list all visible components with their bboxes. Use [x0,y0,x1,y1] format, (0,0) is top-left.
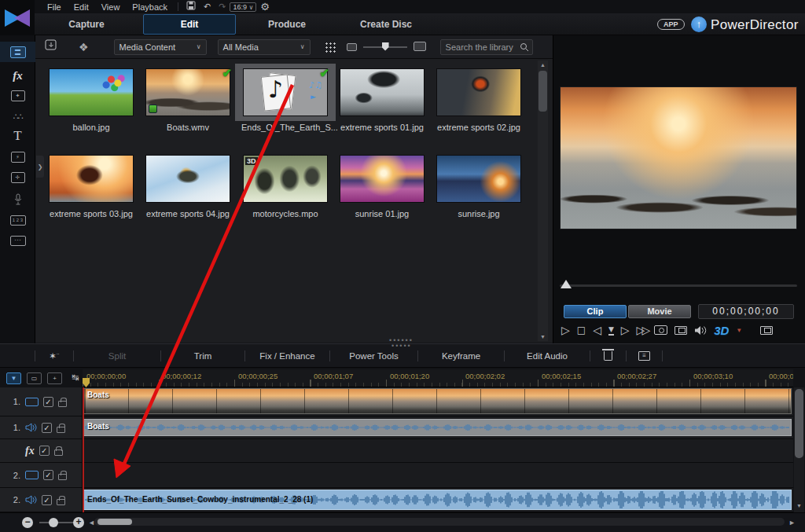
menu-file[interactable]: File [41,2,68,13]
media-item[interactable]: extreme sports 02.jpg [435,68,523,132]
play-button[interactable]: ▷ [561,322,570,338]
grid-view-icon[interactable] [325,42,336,53]
chapter-room-icon[interactable]: 1 2 3 [0,210,35,230]
timeline-hscrollbar[interactable] [94,518,785,526]
particle-room-icon[interactable]: ∴∴ [0,106,35,127]
app-badge[interactable]: APP [657,19,685,30]
media-item[interactable]: extreme sports 04.jpg [144,155,232,218]
media-item[interactable]: 3D motorcycles.mpo [241,155,329,218]
media-thumbnail[interactable] [49,68,134,116]
previous-frame-button[interactable]: ◁ [593,322,601,338]
tab-edit[interactable]: Edit [143,14,236,35]
undo-icon[interactable]: ↶ [204,1,211,13]
track-lock-icon[interactable] [58,401,67,407]
media-thumbnail[interactable] [436,68,521,116]
zoom-in-button[interactable]: + [73,517,84,528]
thumb-size-slider[interactable] [363,46,407,48]
media-thumbnail[interactable] [49,155,134,203]
track-audio-2[interactable]: Ends_Of_The_Earth_Sunset_Cowboy_instrume… [83,488,793,512]
room-list-icon[interactable]: ≡ [627,351,662,361]
media-item-selected[interactable]: ♪ ♪♫ ► ✔ Ends_Of_The_Earth_S... [241,68,329,132]
3d-toggle-button[interactable]: 3D [714,324,729,337]
menu-view[interactable]: View [95,2,127,13]
transition-room-icon[interactable]: ⚡ [0,147,35,167]
toolbar-drag-handle[interactable]: ••••• [391,342,412,350]
settings-gear-icon[interactable]: ⚙ [260,1,270,13]
track-enable-checkbox[interactable]: ✓ [43,470,53,480]
clip-mode-button[interactable]: Clip [564,305,627,318]
track-lock-icon[interactable] [57,499,65,505]
media-item[interactable]: ballon.jpg [47,68,135,132]
media-thumbnail[interactable] [145,155,230,203]
menu-playback[interactable]: Playback [126,2,174,13]
magic-wand-icon[interactable]: ✶∙∙ [35,350,73,361]
trim-button[interactable]: Trim [161,351,244,361]
sidebar-collapse-handle[interactable]: ❯ [36,156,44,178]
fit-timeline-icon[interactable]: ↹ [68,372,83,384]
preview-window-icon[interactable] [675,326,687,335]
library-scrollbar[interactable]: ▲ ▼ [538,61,548,341]
preview-video-frame[interactable] [560,86,797,229]
tab-create-disc[interactable]: Create Disc [340,15,432,34]
playhead-line[interactable] [83,387,84,512]
scrollbar-thumb[interactable] [539,71,547,112]
timeline-hscroll-thumb[interactable] [97,519,132,525]
next-frame-button[interactable]: ▷ [621,322,630,338]
delete-trash-icon[interactable] [590,351,626,361]
timeline-vscroll-thumb[interactable] [795,389,803,458]
edit-audio-button[interactable]: Edit Audio [505,351,590,361]
plugin-puzzle-icon[interactable]: ❖ [79,41,89,53]
aspect-ratio-select[interactable]: 16:9 ∨ [230,2,256,12]
media-item[interactable]: extreme sports 01.jpg [338,68,426,132]
power-tools-button[interactable]: Power Tools [330,351,417,361]
scroll-down-icon[interactable]: ▼ [794,503,804,508]
fast-forward-button[interactable]: ▷▷ [637,322,648,338]
3d-dropdown-caret[interactable]: ▼ [736,327,742,334]
media-item[interactable]: ✔ Boats.wmv [144,68,232,132]
stop-button[interactable]: □ [577,322,586,338]
clip-boats-video[interactable]: Boats [83,388,792,414]
media-item[interactable]: extreme sports 03.jpg [47,155,135,218]
track-video-1[interactable]: Boats [83,387,793,416]
zoom-out-button[interactable]: − [22,517,33,528]
subtitle-room-icon[interactable]: ··· [0,230,35,251]
timeline-ruler[interactable]: 00;00;00;00 00;00;00;12 00;00;00;25 00;0… [83,369,793,387]
track-enable-checkbox[interactable]: ✓ [43,397,53,407]
track-audio-1[interactable]: Boats [83,416,793,439]
timeline-ruler-tool-icon[interactable]: ▼ [6,372,21,384]
media-thumbnail[interactable] [340,68,425,116]
undock-preview-icon[interactable] [760,326,773,335]
step-marker-button[interactable]: ▼ [608,325,614,336]
split-button[interactable]: Split [74,351,160,361]
tab-capture[interactable]: Capture [43,15,130,34]
add-track-icon[interactable]: + [47,372,62,384]
scroll-down-icon[interactable]: ▼ [538,334,548,339]
media-room-icon[interactable]: ▬▬ [0,42,35,62]
media-thumbnail[interactable]: ♪ ♪♫ ► ✔ [243,68,328,116]
track-enable-checkbox[interactable]: ✓ [42,495,52,505]
snapshot-camera-icon[interactable] [654,325,667,335]
zoom-slider-handle[interactable] [49,518,58,527]
menu-edit[interactable]: Edit [68,2,95,13]
room-content-select[interactable]: Media Content∨ [114,39,207,55]
effect-room-icon[interactable]: fx [0,65,35,86]
media-thumbnail[interactable] [436,155,521,203]
voiceover-room-icon[interactable] [0,189,35,209]
title-room-icon[interactable]: T [0,126,35,146]
timecode-display[interactable]: 00;00;00;00 [698,304,794,319]
redo-icon[interactable]: ↷ [219,1,226,13]
tab-produce[interactable]: Produce [244,15,330,34]
preview-seekbar[interactable] [560,284,797,287]
media-thumbnail[interactable] [340,155,425,203]
clip-select-tool-icon[interactable]: ▭ [27,372,42,384]
seek-handle[interactable] [561,280,572,288]
clip-boats-audio[interactable]: Boats [83,419,792,436]
scroll-up-icon[interactable]: ▲ [538,62,548,68]
media-filter-select[interactable]: All Media∨ [218,39,311,55]
track-fx[interactable] [83,439,793,463]
media-item[interactable]: sunrise 01.jpg [338,155,426,218]
media-thumbnail[interactable]: ✔ [145,68,230,116]
movie-mode-button[interactable]: Movie [628,305,691,318]
clip-music-audio[interactable]: Ends_Of_The_Earth_Sunset_Cowboy_instrume… [83,490,792,510]
track-lock-icon[interactable] [57,427,65,433]
